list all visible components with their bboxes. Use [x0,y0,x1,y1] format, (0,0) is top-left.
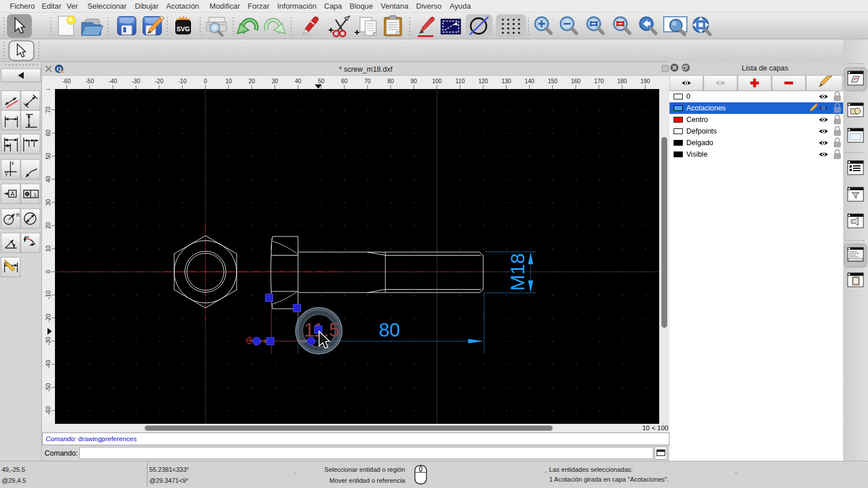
svg-text:-50: -50 [45,383,52,391]
svg-text:80: 80 [379,319,400,341]
svg-text:.1: .1 [32,192,37,198]
svg-text:100: 100 [432,78,442,84]
svg-text:160: 160 [571,78,581,84]
svg-text:170: 170 [594,78,604,84]
svg-text:190: 190 [641,78,650,84]
svg-text:140: 140 [525,78,535,84]
svg-text:x: x [12,160,14,166]
svg-text:80: 80 [387,78,394,84]
svg-text:-10: -10 [45,290,52,299]
svg-text:30: 30 [45,199,52,206]
svg-text:-10: -10 [178,78,187,84]
svg-text:70: 70 [45,106,52,113]
svg-text:-40: -40 [109,78,117,84]
svg-text:10: 10 [225,78,232,84]
svg-text:-30: -30 [45,337,52,345]
svg-text:120: 120 [479,78,488,84]
svg-text:M18: M18 [507,253,528,291]
svg-text:-30: -30 [132,78,141,84]
svg-text:40: 40 [45,176,52,183]
svg-text:0: 0 [204,78,207,84]
svg-text:50: 50 [45,153,52,160]
svg-text:SVG: SVG [176,25,190,32]
svg-text:90: 90 [410,78,417,84]
svg-text:80: 80 [45,89,52,90]
svg-text:R: R [16,212,20,218]
svg-text:110: 110 [455,78,465,84]
svg-text:60: 60 [341,78,348,84]
svg-text:-40: -40 [45,360,52,368]
svg-text:10: 10 [45,245,52,252]
svg-text:70: 70 [364,78,371,84]
svg-text:30: 30 [271,78,278,84]
svg-text:-60: -60 [62,78,71,84]
svg-text:130: 130 [502,78,512,84]
svg-text:-20: -20 [155,78,164,84]
svg-text:20: 20 [45,222,52,229]
svg-text:* screw_m18.dxf: * screw_m18.dxf [339,65,393,73]
svg-text:180: 180 [617,78,627,84]
svg-text:150: 150 [548,78,558,84]
svg-text:A: A [10,191,14,197]
svg-text:-20: -20 [45,313,52,322]
svg-text:50: 50 [318,78,325,84]
svg-text:0: 0 [45,270,52,273]
svg-text:40: 40 [295,78,301,84]
svg-text:-50: -50 [86,78,94,84]
svg-text:y: y [5,171,8,176]
svg-text:60: 60 [45,130,52,136]
svg-text:-60: -60 [45,406,52,415]
svg-text:Lista de capas: Lista de capas [742,64,789,72]
svg-text:20: 20 [248,78,255,84]
